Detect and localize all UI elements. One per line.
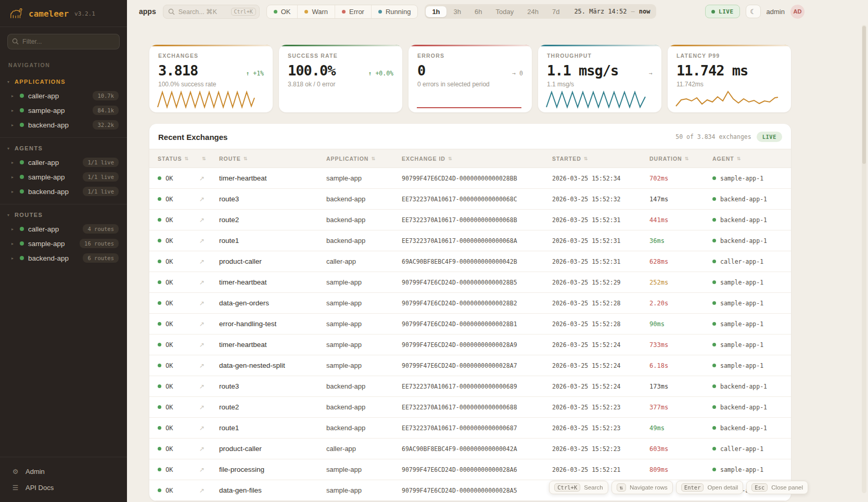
table-row[interactable]: OK ↗ product-caller caller-app 69AC90BF8… [149,439,791,459]
status-filter-chip[interactable]: OK [267,5,298,18]
column-header-exchange-id[interactable]: EXCHANGE ID⇅ [402,156,552,162]
route-cell: product-caller [219,258,326,265]
section-header-agents[interactable]: ▾ AGENTS [0,142,127,155]
open-detail-icon[interactable]: ↗ [199,279,219,286]
dark-mode-toggle[interactable]: ☾ [746,5,761,18]
status-cell: OK [158,320,199,328]
status-ok-dot [158,488,161,492]
collapse-caret-icon[interactable]: ▾ [7,146,9,151]
vertical-scrollbar[interactable] [862,25,866,493]
sidebar-item-route[interactable]: ▸ sample-app 16 routes [0,236,127,251]
expand-caret-icon[interactable]: ▸ [11,189,16,194]
expand-caret-icon[interactable]: ▸ [11,241,16,246]
expand-caret-icon[interactable]: ▸ [11,123,16,127]
status-filter-chip[interactable]: Error [335,5,371,18]
time-range-7d[interactable]: 7d [546,6,566,17]
table-row[interactable]: OK ↗ route3 backend-app EE7322370A10617-… [149,189,791,210]
status-ok-dot [158,218,161,222]
open-detail-icon[interactable]: ↗ [199,196,219,203]
open-detail-icon[interactable]: ↗ [199,487,219,494]
sidebar-item-api-docs[interactable]: ☰ API Docs [0,480,127,496]
time-range-24h[interactable]: 24h [521,6,545,17]
expand-caret-icon[interactable]: ▸ [11,160,16,165]
sidebar-item-application[interactable]: ▸ caller-app 10.7k [0,88,127,103]
open-detail-icon[interactable]: ↗ [199,362,219,369]
section-header-routes[interactable]: ▾ ROUTES [0,209,127,222]
sidebar-item-route[interactable]: ▸ caller-app 4 routes [0,222,127,236]
expand-caret-icon[interactable]: ▸ [11,94,16,98]
time-range-display[interactable]: 25. März 14:52 – now [574,8,650,15]
duration-cell: 6.18s [649,362,712,369]
column-header-duration[interactable]: DURATION⇅ [649,156,712,162]
open-detail-icon[interactable]: ↗ [199,383,219,390]
app-logo[interactable]: cameleer v3.2.1 [0,0,127,27]
column-header-agent[interactable]: AGENT⇅ [712,156,791,162]
time-range-1h[interactable]: 1h [426,6,446,17]
time-range-3h[interactable]: 3h [448,6,467,17]
table-row[interactable]: OK ↗ route1 backend-app EE7322370A10617-… [149,230,791,251]
open-detail-icon[interactable]: ↗ [199,216,219,224]
context-label: apps [139,7,156,16]
key-cap: Esc [751,483,768,492]
expand-caret-icon[interactable]: ▸ [11,256,16,261]
column-header-expand[interactable]: ⇅ [199,156,219,161]
status-filter-chip[interactable]: Running [371,5,417,18]
table-row[interactable]: OK ↗ route2 backend-app EE7322370A10617-… [149,397,791,418]
sidebar-item-agent[interactable]: ▸ backend-app 1/1 live [0,184,127,199]
route-cell: timer-heartbeat [219,174,326,182]
table-row[interactable]: OK ↗ timer-heartbeat sample-app 90799F47… [149,168,791,189]
status-cell: OK [158,237,199,244]
table-row[interactable]: OK ↗ data-gen-nested-split sample-app 90… [149,355,791,376]
sidebar-item-admin[interactable]: ⚙ Admin [0,464,127,480]
column-header-status[interactable]: STATUS⇅ [158,156,199,162]
open-detail-icon[interactable]: ↗ [199,175,219,182]
avatar[interactable]: AD [790,5,805,19]
open-detail-icon[interactable]: ↗ [199,341,219,349]
open-detail-icon[interactable]: ↗ [199,258,219,265]
column-header-application[interactable]: APPLICATION⇅ [326,156,402,162]
collapse-caret-icon[interactable]: ▾ [7,80,9,84]
column-header-started[interactable]: STARTED⇅ [552,156,649,162]
live-toggle-button[interactable]: LIVE [705,5,740,18]
sidebar-filter-input[interactable] [7,34,120,49]
expand-caret-icon[interactable]: ▸ [11,227,16,231]
sidebar-item-agent[interactable]: ▸ caller-app 1/1 live [0,155,127,170]
route-cell: data-gen-nested-split [219,362,326,369]
search-input[interactable]: Search... ⌘K Ctrl+K [163,5,260,19]
open-detail-icon[interactable]: ↗ [199,424,219,432]
open-detail-icon[interactable]: ↗ [199,300,219,307]
sort-icon: ⇅ [737,156,742,161]
section-header-applications[interactable]: ▾ APPLICATIONS [0,75,127,88]
time-range-today[interactable]: Today [490,6,520,17]
column-header-route[interactable]: ROUTE⇅ [219,156,326,162]
table-row[interactable]: OK ↗ route2 backend-app EE7322370A10617-… [149,210,791,230]
open-detail-icon[interactable]: ↗ [199,404,219,411]
table-row[interactable]: OK ↗ product-caller caller-app 69AC90BF8… [149,251,791,272]
status-filter-chip[interactable]: Warn [297,5,335,18]
status-cell: OK [158,300,199,307]
open-detail-icon[interactable]: ↗ [199,445,219,453]
sidebar-item-agent[interactable]: ▸ sample-app 1/1 live [0,170,127,184]
expand-caret-icon[interactable]: ▸ [11,175,16,179]
table-row[interactable]: OK ↗ timer-heartbeat sample-app 90799F47… [149,272,791,293]
open-detail-icon[interactable]: ↗ [199,320,219,328]
status-cell: OK [158,424,199,432]
expand-caret-icon[interactable]: ▸ [11,108,16,113]
sidebar-item-application[interactable]: ▸ sample-app 84.1k [0,103,127,118]
table-row[interactable]: OK ↗ error-handling-test sample-app 9079… [149,314,791,334]
time-range-6h[interactable]: 6h [468,6,488,17]
sidebar-item-route[interactable]: ▸ backend-app 6 routes [0,251,127,265]
sidebar-item-application[interactable]: ▸ backend-app 32.2k [0,118,127,132]
table-row[interactable]: OK ↗ data-gen-orders sample-app 90799F47… [149,293,791,314]
table-row[interactable]: OK ↗ route3 backend-app EE7322370A10617-… [149,376,791,397]
user-name[interactable]: admin [767,8,785,16]
scrollbar-thumb[interactable] [862,26,866,164]
agent-status-dot [712,468,716,471]
open-detail-icon[interactable]: ↗ [199,466,219,473]
table-row[interactable]: OK ↗ route1 backend-app EE7322370A10617-… [149,418,791,439]
table-row[interactable]: OK ↗ timer-heartbeat sample-app 90799F47… [149,334,791,355]
open-detail-icon[interactable]: ↗ [199,237,219,244]
application-cell: caller-app [326,445,402,453]
collapse-caret-icon[interactable]: ▾ [7,213,9,217]
table-row[interactable]: OK ↗ file-processing sample-app 90799F47… [149,459,791,480]
